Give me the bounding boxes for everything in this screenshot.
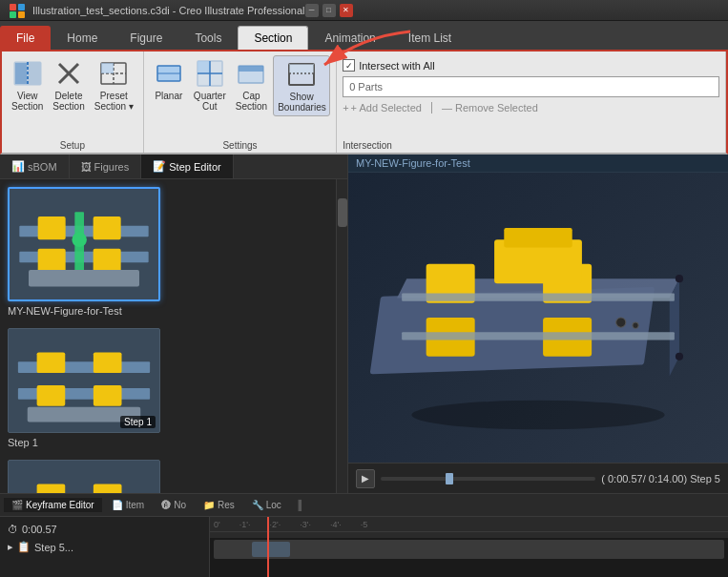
svg-rect-39 bbox=[94, 385, 122, 406]
tab-section[interactable]: Section bbox=[238, 26, 308, 50]
delete-section-label: DeleteSection bbox=[52, 91, 84, 112]
panel-scrollbar[interactable] bbox=[336, 179, 347, 493]
viewport-3d[interactable] bbox=[348, 173, 728, 463]
main-model-item: MY-NEW-Figure-for-Test bbox=[8, 187, 328, 317]
planar-button[interactable]: Planar bbox=[150, 55, 188, 104]
resource-label: Res bbox=[218, 500, 235, 510]
location-icon: 🔧 bbox=[252, 500, 263, 510]
ribbon-group-intersection: ✓ Intersect with All 0 Parts + + Add Sel… bbox=[337, 52, 726, 153]
window-controls: ─ □ ✕ bbox=[305, 4, 353, 17]
tl-tab-keyframe[interactable]: 🎬 Keyframe Editor bbox=[4, 498, 102, 512]
tab-home[interactable]: Home bbox=[51, 26, 114, 50]
tl-track[interactable] bbox=[214, 540, 724, 559]
resource-icon: 📁 bbox=[203, 500, 215, 510]
time-value: 0:00.57 bbox=[22, 524, 57, 535]
step2-svg bbox=[9, 460, 159, 493]
animation-time: ( 0:00.57/ 0:14.00) Step 5 bbox=[601, 473, 720, 484]
tl-tab-item[interactable]: 📄 Item bbox=[104, 498, 152, 512]
cap-section-button[interactable]: CapSection bbox=[232, 55, 271, 114]
show-boundaries-icon bbox=[286, 59, 317, 90]
timeline-step-row[interactable]: ▸ 📋 Step 5... bbox=[0, 538, 209, 556]
ribbon-group-setup: ViewSection DeleteSection bbox=[2, 52, 144, 153]
tl-tab-note[interactable]: 🅐 No bbox=[154, 498, 194, 512]
cap-section-icon bbox=[236, 58, 266, 89]
scrubber-thumb[interactable] bbox=[446, 473, 453, 484]
svg-rect-37 bbox=[37, 385, 66, 406]
tl-spacer bbox=[210, 532, 728, 538]
mark-3: ·3'· bbox=[300, 520, 311, 529]
panel-scroll-thumb[interactable] bbox=[338, 198, 347, 227]
step1-badge: Step 1 bbox=[120, 416, 156, 428]
step2-thumbnail[interactable] bbox=[8, 460, 160, 493]
step1-thumbnail[interactable]: Step 1 bbox=[8, 328, 160, 433]
play-button[interactable]: ▶ bbox=[356, 469, 375, 488]
svg-rect-28 bbox=[38, 216, 66, 239]
tab-file[interactable]: File bbox=[0, 26, 51, 50]
preset-section-button[interactable]: PresetSection ▾ bbox=[91, 55, 137, 114]
settings-items: Planar QuarterCut bbox=[150, 55, 330, 138]
svg-point-48 bbox=[411, 401, 664, 430]
sbom-icon: 📊 bbox=[11, 160, 25, 173]
close-button[interactable]: ✕ bbox=[340, 4, 353, 17]
intersection-group-label: Intersection bbox=[343, 140, 392, 151]
view-section-button[interactable]: ViewSection bbox=[8, 55, 47, 114]
delete-section-icon bbox=[53, 58, 84, 89]
tab-figure[interactable]: Figure bbox=[114, 26, 178, 50]
svg-rect-38 bbox=[94, 352, 122, 373]
svg-rect-7 bbox=[15, 63, 27, 84]
step2-item bbox=[8, 460, 328, 493]
planar-label: Planar bbox=[155, 91, 182, 101]
quarter-cut-button[interactable]: QuarterCut bbox=[190, 55, 230, 114]
tab-sbom[interactable]: 📊 sBOM bbox=[0, 155, 70, 178]
delete-section-button[interactable]: DeleteSection bbox=[49, 55, 88, 114]
svg-rect-45 bbox=[94, 484, 122, 493]
tab-animation[interactable]: Animation bbox=[308, 26, 391, 50]
svg-rect-13 bbox=[101, 63, 114, 73]
svg-rect-1 bbox=[18, 4, 25, 10]
tab-item-list[interactable]: Item List bbox=[392, 26, 468, 50]
main-model-thumbnail[interactable] bbox=[8, 187, 160, 301]
svg-rect-57 bbox=[402, 332, 675, 340]
right-panel: MY-NEW-Figure-for-Test bbox=[348, 155, 728, 493]
parts-display: 0 Parts bbox=[343, 76, 719, 97]
app-logo bbox=[8, 3, 27, 18]
svg-rect-29 bbox=[38, 249, 66, 272]
tab-step-editor[interactable]: 📝 Step Editor bbox=[141, 155, 233, 178]
panel-content: MY-NEW-Figure-for-Test bbox=[0, 179, 336, 493]
timeline-tabs: 🎬 Keyframe Editor 📄 Item 🅐 No 📁 Res 🔧 Lo… bbox=[0, 494, 728, 517]
cap-section-label: CapSection bbox=[236, 91, 267, 112]
tl-tab-resource[interactable]: 📁 Res bbox=[196, 498, 242, 512]
step-editor-label: Step Editor bbox=[169, 161, 220, 173]
view-section-icon bbox=[12, 58, 43, 89]
location-label: Loc bbox=[266, 500, 281, 510]
tl-tab-location[interactable]: 🔧 Loc bbox=[244, 498, 289, 512]
step-expand-icon: ▸ bbox=[8, 541, 13, 553]
actions-separator bbox=[431, 102, 432, 113]
keyframe-icon: 🎬 bbox=[11, 500, 23, 510]
remove-selected-label: — Remove Selected bbox=[442, 102, 538, 113]
setup-items: ViewSection DeleteSection bbox=[8, 55, 137, 138]
tl-ruler: 0' ·1'· ·2'· ·3'· ·4'· ·5 bbox=[210, 517, 728, 532]
title-text: Illustration_test_sections.c3di - Creo I… bbox=[32, 5, 305, 16]
quarter-cut-label: QuarterCut bbox=[194, 91, 226, 112]
tab-tools[interactable]: Tools bbox=[178, 26, 238, 50]
add-selected-button[interactable]: + + Add Selected bbox=[343, 102, 422, 113]
maximize-button[interactable]: □ bbox=[322, 4, 336, 17]
remove-selected-button[interactable]: — Remove Selected bbox=[442, 102, 538, 113]
settings-group-label: Settings bbox=[222, 140, 257, 151]
preset-section-icon bbox=[98, 58, 129, 89]
svg-point-62 bbox=[676, 275, 683, 282]
timeline-time-row: ⏱ 0:00.57 bbox=[0, 521, 209, 538]
timeline-scrubber[interactable] bbox=[381, 477, 595, 481]
intersect-checkbox[interactable]: ✓ bbox=[343, 59, 355, 72]
item-label: Item bbox=[126, 500, 144, 510]
timeline-left: ⏱ 0:00.57 ▸ 📋 Step 5... bbox=[0, 517, 210, 577]
minimize-button[interactable]: ─ bbox=[305, 4, 319, 17]
svg-point-60 bbox=[616, 318, 626, 327]
figures-label: Figures bbox=[94, 161, 130, 173]
ribbon-tabs: File Home Figure Tools Section Animation… bbox=[0, 21, 728, 50]
item-icon: 📄 bbox=[112, 500, 123, 510]
svg-point-33 bbox=[72, 232, 86, 246]
show-boundaries-button[interactable]: ShowBoundaries bbox=[273, 55, 330, 116]
tab-figures[interactable]: 🖼 Figures bbox=[70, 155, 142, 178]
